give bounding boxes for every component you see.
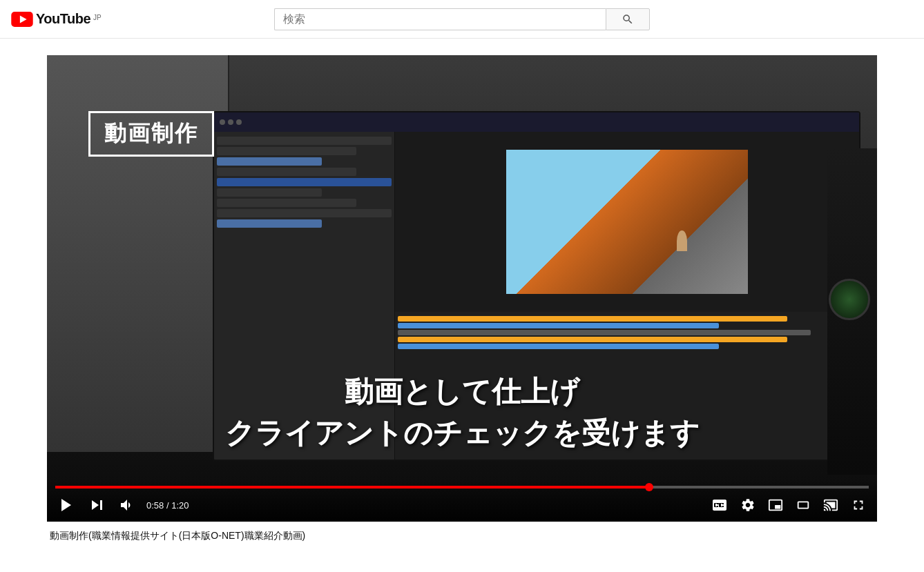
subtitle-line2: クライアントのチェックを受けます: [61, 414, 863, 453]
video-container: 動画制作 動画として仕上げ クライアントのチェックを受けます: [47, 55, 877, 522]
title-overlay-text: 動画制作: [104, 121, 198, 146]
subtitle-overlay: 動画として仕上げ クライアントのチェックを受けます: [47, 359, 877, 466]
logo-area[interactable]: YouTube JP: [11, 11, 102, 27]
panel-item-6: [217, 188, 321, 197]
country-badge: JP: [93, 14, 102, 21]
svg-rect-4: [100, 500, 102, 510]
volume-icon: [119, 497, 135, 513]
fullscreen-icon: [851, 497, 866, 513]
video-title-row: 動画制作(職業情報提供サイト(日本版O-NET)職業紹介動画): [47, 530, 877, 542]
video-content: 動画制作 動画として仕上げ クライアントのチェックを受けます: [47, 55, 877, 522]
video-title: 動画制作(職業情報提供サイト(日本版O-NET)職業紹介動画): [50, 530, 874, 542]
subtitles-button[interactable]: [709, 494, 731, 516]
svg-marker-3: [92, 500, 99, 510]
play-icon: [58, 497, 75, 513]
subtitle-line1: 動画として仕上げ: [61, 373, 863, 411]
progress-bar-dot: [645, 483, 653, 491]
panel-item-3: [217, 157, 321, 166]
next-button[interactable]: [86, 494, 108, 516]
settings-button[interactable]: [738, 495, 758, 515]
volume-button[interactable]: [116, 494, 138, 516]
timeline-bar-4: [398, 337, 788, 342]
editing-preview: [395, 132, 859, 312]
controls-row: 0:58 / 1:20: [55, 494, 869, 516]
video-controls: 0:58 / 1:20: [47, 480, 877, 522]
timeline-bar-1: [398, 316, 788, 322]
speaker-circle: [829, 279, 870, 320]
progress-bar-played: [55, 486, 649, 489]
panel-item-7: [217, 199, 356, 207]
miniplayer-button[interactable]: [765, 495, 786, 515]
time-display: 0:58 / 1:20: [146, 500, 189, 511]
panel-item-5: [217, 178, 391, 186]
toolbar-dot-1: [220, 119, 225, 125]
editing-toolbar: [214, 112, 859, 132]
timeline-bar-2: [398, 323, 719, 328]
search-area: [274, 8, 650, 30]
title-overlay-border: 動画制作: [88, 111, 214, 157]
cast-icon: [823, 497, 838, 513]
timeline-bar-3: [398, 330, 811, 335]
panel-item-4: [217, 168, 356, 176]
miniplayer-icon: [768, 497, 783, 513]
panel-item-9: [217, 219, 321, 228]
progress-bar[interactable]: [55, 486, 869, 489]
current-time: 0:58: [146, 500, 164, 511]
controls-left: 0:58 / 1:20: [55, 494, 189, 516]
main-content: 動画制作 動画として仕上げ クライアントのチェックを受けます: [0, 39, 924, 559]
panel-item-8: [217, 209, 391, 217]
search-input[interactable]: [274, 8, 606, 30]
preview-image: [506, 150, 748, 294]
subtitles-icon: [711, 497, 728, 513]
title-overlay-box: 動画制作: [88, 111, 214, 157]
header: YouTube JP: [0, 0, 924, 39]
panel-item-1: [217, 137, 391, 145]
search-icon: [622, 13, 634, 26]
timeline-bar-5: [398, 344, 719, 349]
video-frame[interactable]: 動画制作 動画として仕上げ クライアントのチェックを受けます: [47, 55, 877, 522]
toolbar-dot-2: [228, 119, 233, 125]
controls-right: [709, 494, 869, 516]
svg-marker-2: [61, 499, 71, 511]
cast-button[interactable]: [820, 495, 841, 515]
theater-mode-icon: [796, 497, 811, 513]
youtube-logo-icon: [11, 12, 33, 27]
settings-icon: [740, 497, 755, 513]
play-button[interactable]: [55, 494, 77, 516]
next-icon: [88, 497, 105, 513]
theater-mode-button[interactable]: [793, 495, 814, 515]
panel-item-2: [217, 147, 356, 155]
preview-runner: [677, 230, 687, 251]
total-time: 1:20: [171, 500, 189, 511]
youtube-wordmark: YouTube: [36, 11, 90, 27]
search-button[interactable]: [606, 8, 650, 30]
fullscreen-button[interactable]: [848, 495, 869, 515]
toolbar-dot-3: [236, 119, 242, 125]
